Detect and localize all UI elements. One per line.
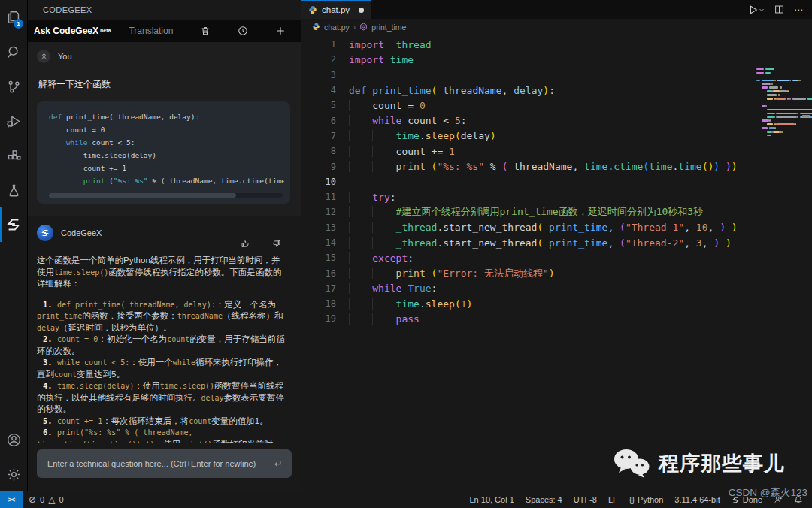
code-line[interactable]: 11 try: bbox=[301, 189, 812, 204]
code-token: delay bbox=[461, 130, 490, 141]
problems-status[interactable]: ⊘ 0 △ 0 bbox=[29, 494, 64, 505]
code-token: ) bbox=[726, 161, 732, 172]
split-editor-icon[interactable] bbox=[774, 5, 784, 14]
code-line[interactable]: 5 count = 0 bbox=[301, 98, 812, 113]
code-line[interactable]: 9 print ("%s: %s" % ( threadName, time.c… bbox=[301, 159, 812, 174]
scrollbar-marker[interactable] bbox=[802, 115, 810, 117]
minimap[interactable] bbox=[756, 68, 800, 138]
status-spaces[interactable]: Spaces: 4 bbox=[526, 495, 562, 504]
line-number: 14 bbox=[301, 237, 349, 248]
code-token: , bbox=[684, 237, 696, 249]
breadcrumb-file[interactable]: chat.py bbox=[324, 23, 350, 32]
code-token: : bbox=[549, 85, 555, 96]
list-number: 2. bbox=[43, 334, 57, 343]
code-line[interactable]: 12 #建立两个线程分别调用print_time函数，延迟时间分别为10秒和3秒 bbox=[301, 204, 812, 219]
status-encoding[interactable]: UTF-8 bbox=[574, 495, 597, 504]
code-token: _thread bbox=[396, 222, 438, 233]
code-token: 1 bbox=[461, 298, 467, 310]
status-interpreter[interactable]: 3.11.4 64-bit bbox=[674, 495, 720, 504]
code-line[interactable]: 8 count += 1 bbox=[301, 144, 812, 159]
line-number: 17 bbox=[301, 283, 349, 294]
indent-guide bbox=[349, 115, 372, 126]
code-line[interactable]: 10 bbox=[301, 174, 812, 189]
code-token: 10 bbox=[696, 222, 708, 233]
thumbs-down-icon[interactable] bbox=[271, 239, 281, 249]
code-line[interactable]: 16 print ("Error: 无法启动线程") bbox=[301, 265, 812, 280]
indent-guide bbox=[349, 298, 372, 310]
code-line[interactable]: 15 except: bbox=[301, 250, 812, 265]
account-icon[interactable] bbox=[0, 422, 27, 457]
code-token: % bbox=[484, 161, 501, 172]
chat-scroll-area[interactable]: You 解释一下这个函数 def print_time( threadName,… bbox=[28, 42, 301, 443]
more-actions-icon[interactable]: ⋯ bbox=[794, 5, 803, 15]
code-line[interactable]: 13 _thread.start_new_thread( print_time,… bbox=[301, 220, 812, 235]
code-editor[interactable]: 1import _thread2import time34def print_t… bbox=[301, 35, 812, 327]
code-line[interactable]: 4def print_time( threadName, delay): bbox=[301, 83, 812, 98]
source-control-icon[interactable] bbox=[0, 69, 27, 104]
code-line[interactable]: 18 time.sleep(1) bbox=[301, 296, 812, 311]
code-token: . bbox=[420, 130, 426, 141]
code-line[interactable]: 14 _thread.start_new_thread( print_time,… bbox=[301, 235, 812, 250]
code-line[interactable]: 2import time bbox=[301, 52, 812, 67]
search-icon[interactable] bbox=[0, 35, 27, 69]
code-token: def bbox=[49, 113, 62, 121]
code-line[interactable]: 6 while count < 5: bbox=[301, 113, 812, 128]
code-token: import bbox=[349, 39, 384, 50]
status-line-col[interactable]: Ln 10, Col 1 bbox=[469, 495, 514, 504]
new-chat-plus-icon[interactable] bbox=[275, 26, 286, 36]
code-token: 1 bbox=[449, 146, 455, 157]
answer-text: ：初始化一个名为 bbox=[98, 334, 167, 343]
status-eol[interactable]: LF bbox=[608, 495, 618, 504]
user-question-text: 解释一下这个函数 bbox=[38, 78, 290, 91]
code-token: count = 0 bbox=[49, 125, 105, 134]
code-line[interactable]: 19 pass bbox=[301, 311, 812, 326]
indent-guide bbox=[372, 237, 395, 249]
code-token: _thread bbox=[396, 237, 438, 249]
code-token: count = bbox=[372, 100, 420, 111]
code-block-hscrollbar[interactable] bbox=[49, 193, 283, 198]
question-input[interactable] bbox=[46, 458, 274, 469]
test-beaker-icon[interactable] bbox=[0, 173, 27, 207]
run-button[interactable] bbox=[748, 5, 765, 15]
enter-key-icon[interactable]: ↵ bbox=[274, 458, 283, 470]
code-line[interactable]: 17 while True: bbox=[301, 281, 812, 296]
codegeex-icon[interactable] bbox=[0, 207, 27, 242]
line-text: time.sleep(delay) bbox=[349, 130, 496, 141]
code-token: ) bbox=[714, 161, 720, 172]
trash-icon[interactable] bbox=[200, 26, 211, 36]
status-bar: >< ⊘ 0 △ 0 Ln 10, Col 1 Spaces: 4 UTF-8 … bbox=[0, 491, 812, 508]
code-line[interactable]: 1import _thread bbox=[301, 37, 812, 52]
thumbs-up-icon[interactable] bbox=[241, 239, 250, 249]
settings-gear-icon[interactable] bbox=[0, 457, 27, 491]
code-token: while bbox=[372, 115, 401, 126]
remote-indicator[interactable]: >< bbox=[0, 491, 23, 508]
code-token: count += bbox=[396, 146, 449, 157]
code-line[interactable]: 3 bbox=[301, 68, 812, 83]
unsaved-dot-icon[interactable] bbox=[359, 8, 364, 13]
breadcrumb[interactable]: chat.py › print_time bbox=[301, 19, 812, 35]
status-language[interactable]: {} Python bbox=[629, 495, 664, 504]
user-avatar bbox=[37, 50, 50, 63]
history-icon[interactable] bbox=[238, 26, 248, 36]
breadcrumb-symbol[interactable]: print_time bbox=[371, 23, 406, 32]
code-token: , bbox=[684, 222, 696, 233]
explorer-icon[interactable]: 1 bbox=[0, 0, 27, 35]
run-debug-icon[interactable] bbox=[0, 104, 27, 138]
extensions-icon[interactable] bbox=[0, 138, 27, 173]
chat-code-line: time.sleep(delay) bbox=[49, 149, 284, 162]
indent-guide bbox=[349, 283, 372, 294]
answer-text: （线程名称）和 bbox=[223, 311, 283, 320]
tab-ask-codegeex[interactable]: Ask CodeGeeX beta bbox=[31, 20, 117, 43]
explorer-badge: 1 bbox=[14, 19, 23, 29]
indent-guide bbox=[372, 298, 395, 310]
hscrollbar-thumb[interactable] bbox=[49, 193, 236, 198]
code-line[interactable]: 7 time.sleep(delay) bbox=[301, 129, 812, 144]
tab-translation[interactable]: Translation bbox=[129, 26, 173, 36]
code-token: print_time bbox=[549, 222, 607, 233]
indent-guide bbox=[349, 146, 372, 157]
line-text: time.sleep(1) bbox=[349, 298, 472, 310]
line-number: 18 bbox=[301, 298, 349, 309]
code-token: , bbox=[702, 237, 714, 249]
tab-chat-py[interactable]: chat.py bbox=[301, 0, 371, 19]
line-text: count = 0 bbox=[349, 100, 426, 111]
